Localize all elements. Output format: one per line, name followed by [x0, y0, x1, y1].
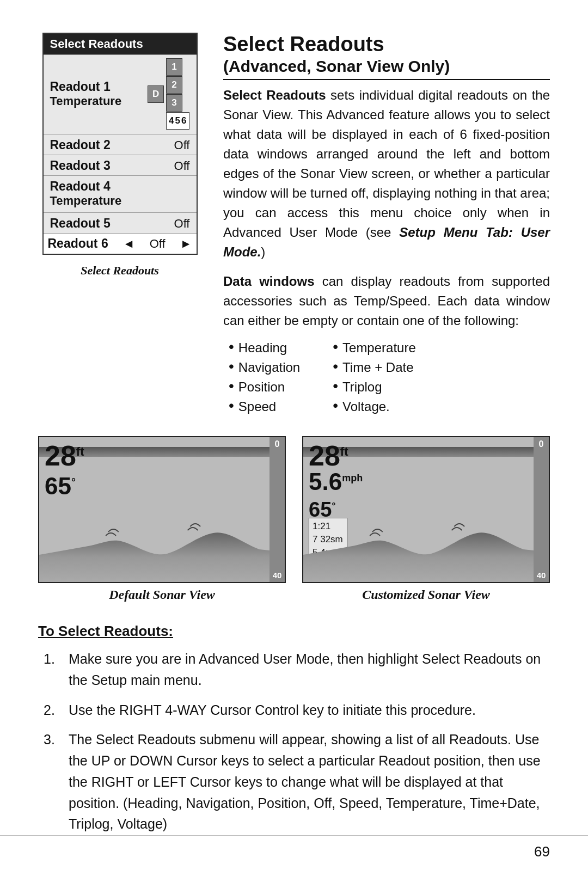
scale-top-label: 0 [275, 439, 280, 449]
readout4-label: Readout 4 [50, 179, 122, 194]
bullet-col-left: • Heading • Navigation • Position • Spee… [229, 340, 300, 414]
readout5-value: Off [174, 217, 190, 231]
tab-456-group[interactable]: 456 [166, 112, 189, 130]
tab-strip: D 1 2 3 [148, 58, 189, 130]
custom-scale-top: 0 [539, 439, 544, 449]
bullet-dot: • [229, 378, 234, 394]
bullet-voltage: • Voltage. [333, 399, 416, 414]
sonar-section: 28ft 65° [38, 436, 550, 602]
step-number-2: 2. [44, 700, 60, 721]
left-column: Select Readouts Readout 1 Temperature D … [38, 33, 201, 420]
readout3-label: Readout 3 [50, 158, 111, 173]
bullet-temperature: • Temperature [333, 340, 416, 356]
step-text-2: Use the RIGHT 4-WAY Cursor Control key t… [69, 700, 550, 721]
default-sonar-wrapper: 28ft 65° [38, 436, 286, 602]
right-arrow-icon[interactable]: ► [180, 237, 192, 251]
bullet-position: • Position [229, 379, 300, 395]
body1-text: sets individual digital readouts on the … [223, 88, 550, 240]
tab-2[interactable]: 2 [166, 76, 182, 94]
bullet-heading-text: Heading [238, 340, 287, 356]
bullet-navigation: • Navigation [229, 360, 300, 375]
bullet-dot: • [333, 339, 338, 354]
readout2-value: Off [174, 138, 190, 152]
tab-3[interactable]: 3 [166, 94, 182, 112]
default-sonar-caption: Default Sonar View [109, 587, 215, 602]
step-number-1: 1. [44, 648, 60, 691]
menu-row-readout3[interactable]: Readout 3 Off [44, 155, 197, 175]
default-depth: 28ft [45, 442, 84, 470]
bullet-dot: • [333, 378, 338, 394]
default-terrain [39, 506, 270, 582]
menu-row-readout4[interactable]: Readout 4 Temperature [44, 175, 197, 212]
bullet-dot: • [229, 359, 234, 374]
menu-row-readout1[interactable]: Readout 1 Temperature D 1 2 [44, 54, 197, 134]
readout3-value: Off [174, 159, 190, 173]
custom-depth: 28ft [309, 442, 348, 470]
custom-sonar-caption: Customized Sonar View [362, 587, 490, 602]
top-section: Select Readouts Readout 1 Temperature D … [38, 33, 550, 420]
article-subtitle: (Advanced, Sonar View Only) [223, 57, 550, 80]
bullet-col-right: • Temperature • Time + Date • Triplog • … [333, 340, 416, 414]
left-arrow-icon[interactable]: ◄ [123, 237, 135, 251]
readout1-value: Temperature [50, 94, 122, 111]
step-text-3: The Select Readouts submenu will appear,… [69, 729, 550, 835]
step-number-3: 3. [44, 729, 60, 835]
select-readouts-menu[interactable]: Select Readouts Readout 1 Temperature D … [42, 33, 198, 255]
bold-data-windows: Data windows [223, 274, 315, 289]
bullet-heading: • Heading [229, 340, 300, 356]
menu-row-readout6-selected[interactable]: Readout 6 ◄ Off ► [44, 233, 197, 254]
bullet-timedate-text: Time + Date [342, 360, 414, 375]
bullet-voltage-text: Voltage. [342, 399, 390, 414]
tab-1[interactable]: 1 [166, 58, 182, 76]
bullet-navigation-text: Navigation [238, 360, 300, 375]
readout1-label: Readout 1 [50, 79, 122, 94]
bold-select-readouts: Select Readouts [223, 88, 326, 102]
bullet-dot: • [333, 359, 338, 374]
bullet-triplog-text: Triplog [342, 379, 382, 395]
tab-D[interactable]: D [148, 85, 164, 103]
default-temp: 65° [45, 474, 76, 498]
readout5-label: Readout 5 [50, 216, 111, 231]
scale-bottom-label: 40 [273, 571, 282, 580]
menu-caption: Select Readouts [81, 264, 159, 278]
bullet-speed: • Speed [229, 399, 300, 414]
bullet-triplog: • Triplog [333, 379, 416, 395]
menu-row-readout2[interactable]: Readout 2 Off [44, 134, 197, 155]
bullet-speed-text: Speed [238, 399, 276, 414]
step-text-1: Make sure you are in Advanced User Mode,… [69, 648, 550, 691]
instructions-header: To Select Readouts: [38, 623, 550, 640]
instructions-list: 1. Make sure you are in Advanced User Mo… [44, 648, 550, 835]
instruction-step-2: 2. Use the RIGHT 4-WAY Cursor Control ke… [44, 700, 550, 721]
default-sonar-box: 28ft 65° [38, 436, 286, 583]
article-body-2: Data windows can display readouts from s… [223, 272, 550, 330]
page: Select Readouts Readout 1 Temperature D … [0, 0, 588, 882]
custom-terrain [303, 506, 534, 582]
bullet-columns: • Heading • Navigation • Position • Spee… [229, 340, 550, 414]
bullet-dot: • [229, 398, 234, 413]
readout6-label: Readout 6 [48, 236, 108, 251]
article-column: Select Readouts (Advanced, Sonar View On… [223, 33, 550, 420]
bullet-timedate: • Time + Date [333, 360, 416, 375]
speed-unit: mph [342, 473, 363, 483]
menu-row-readout5[interactable]: Readout 5 Off [44, 212, 197, 233]
menu-header: Select Readouts [44, 34, 197, 54]
custom-scale-bottom: 40 [537, 571, 546, 580]
custom-scale: 0 40 [534, 437, 549, 582]
page-number: 69 [534, 843, 550, 860]
readout4-value: Temperature [50, 194, 122, 210]
article-title: Select Readouts [223, 33, 550, 56]
instructions-section: To Select Readouts: 1. Make sure you are… [38, 623, 550, 843]
custom-sonar-wrapper: 28ft 5.6mph 65° 1:21 7 32sm 5.4mph [302, 436, 550, 602]
bullet-dot: • [229, 339, 234, 354]
page-footer: 69 [0, 835, 588, 860]
bullet-dot: • [333, 398, 338, 413]
body1-end: ) [261, 244, 265, 259]
custom-sonar-box: 28ft 5.6mph 65° 1:21 7 32sm 5.4mph [302, 436, 550, 583]
bullet-position-text: Position [238, 379, 285, 395]
article-body-1: Select Readouts sets individual digital … [223, 85, 550, 262]
bullet-temperature-text: Temperature [342, 340, 416, 356]
default-scale: 0 40 [270, 437, 285, 582]
instruction-step-1: 1. Make sure you are in Advanced User Mo… [44, 648, 550, 691]
readout2-label: Readout 2 [50, 138, 111, 152]
readout6-value: Off [150, 237, 166, 251]
